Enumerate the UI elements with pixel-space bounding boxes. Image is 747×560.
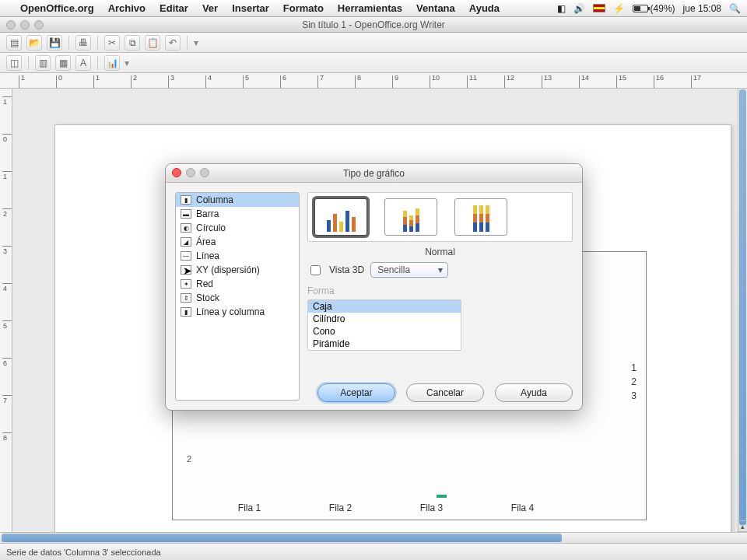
column-chart-icon: ▮ — [181, 195, 191, 205]
chart-tool-1[interactable]: ◫ — [6, 55, 22, 71]
chart-subtype-row — [307, 192, 573, 242]
area-chart-icon: ◢ — [181, 237, 191, 247]
chart-type-dialog: Tipo de gráfico ▮Columna ▬Barra ◐Círculo… — [165, 163, 583, 411]
accept-button[interactable]: Aceptar — [317, 383, 395, 402]
chart-legend: 1 2 3 — [631, 361, 637, 403]
menu-herramientas[interactable]: Herramientas — [338, 2, 402, 14]
shape-cilindro[interactable]: Cilíndro — [308, 313, 461, 325]
menu-ventana[interactable]: Ventana — [416, 2, 455, 14]
chart-x-axis: Fila 1 Fila 2 Fila 3 Fila 4 — [204, 502, 568, 513]
pie-chart-icon: ◐ — [181, 223, 191, 233]
charging-icon: ⚡ — [613, 3, 625, 14]
stock-chart-icon: ⇕ — [181, 293, 191, 303]
scrollbar-thumb[interactable] — [739, 89, 746, 525]
menubar-app-name[interactable]: OpenOffice.org — [20, 2, 94, 14]
chart-type-xy[interactable]: ∴XY (dispersión) — [176, 263, 299, 277]
mouse-cursor-icon: ➤ — [183, 264, 192, 277]
battery-percent: (49%) — [651, 3, 675, 14]
scheme-select[interactable]: Sencilla — [370, 262, 448, 278]
horizontal-scrollbar[interactable] — [0, 532, 747, 543]
display-icon[interactable]: ◧ — [557, 3, 566, 14]
chart-type-red[interactable]: ✶Red — [176, 277, 299, 291]
scrollbar-thumb[interactable] — [2, 534, 562, 542]
help-button[interactable]: Ayuda — [495, 383, 573, 402]
open-button[interactable]: 📂 — [26, 35, 42, 51]
chart-type-stock[interactable]: ⇕Stock — [176, 291, 299, 305]
zoom-icon[interactable] — [34, 20, 44, 30]
menu-ayuda[interactable]: Ayuda — [469, 2, 500, 14]
print-button[interactable]: 🖶 — [75, 35, 91, 51]
status-text: Serie de datos 'Columna 3' seleccionada — [6, 548, 161, 557]
chart-type-barra[interactable]: ▬Barra — [176, 207, 299, 221]
chart-tool-3[interactable]: ▦ — [55, 55, 71, 71]
scroll-up-icon[interactable]: ▴ — [738, 520, 747, 531]
window-titlebar: Sin título 1 - OpenOffice.org Writer — [0, 17, 747, 33]
volume-icon[interactable]: 🔊 — [573, 3, 585, 14]
shape-caja[interactable]: Caja — [308, 300, 461, 313]
toolbar-more-icon[interactable]: ▾ — [194, 37, 198, 48]
cut-button[interactable]: ✂ — [104, 35, 120, 51]
chart-subtype-normal[interactable] — [314, 198, 367, 236]
new-doc-button[interactable]: ▤ — [6, 35, 22, 51]
paste-button[interactable]: 📋 — [145, 35, 160, 51]
chart-type-linea-columna[interactable]: ▮Línea y columna — [176, 305, 299, 319]
toolbar-chart: ◫ ▥ ▦ A 📊 ▾ — [0, 53, 747, 73]
status-bar: Serie de datos 'Columna 3' seleccionada — [0, 543, 747, 560]
shape-list[interactable]: Caja Cilíndro Cono Pirámide — [307, 299, 461, 351]
copy-button[interactable]: ⧉ — [124, 35, 140, 51]
menu-editar[interactable]: Editar — [160, 2, 188, 14]
window-title: Sin título 1 - OpenOffice.org Writer — [302, 19, 445, 30]
vertical-scrollbar[interactable]: ▴ ▾ — [738, 89, 747, 543]
menu-archivo[interactable]: Archivo — [108, 2, 146, 14]
shape-piramide[interactable]: Pirámide — [308, 338, 461, 350]
input-language-icon[interactable] — [593, 4, 605, 12]
dialog-titlebar[interactable]: Tipo de gráfico — [166, 164, 582, 183]
chart-type-columna[interactable]: ▮Columna — [176, 193, 299, 207]
menu-insertar[interactable]: Insertar — [232, 2, 269, 14]
line-chart-icon: ⁓ — [181, 251, 191, 261]
chart-subtype-label: Normal — [307, 247, 573, 257]
window-traffic-lights[interactable] — [6, 20, 44, 30]
vista-3d-label: Vista 3D — [329, 264, 364, 275]
dialog-zoom-icon — [200, 168, 209, 177]
chart-tool-4[interactable]: A — [75, 55, 91, 71]
dialog-close-icon[interactable] — [172, 168, 181, 177]
menubar-clock[interactable]: jue 15:08 — [683, 3, 721, 14]
chart-type-list[interactable]: ▮Columna ▬Barra ◐Círculo ◢Área ⁓Línea ∴X… — [175, 192, 300, 401]
toolbar-more-icon[interactable]: ▾ — [124, 58, 129, 68]
shape-label: Forma — [307, 285, 573, 296]
vista-3d-checkbox[interactable] — [310, 265, 321, 275]
macos-menubar: OpenOffice.org Archivo Editar Ver Insert… — [0, 0, 747, 17]
ruler-horizontal[interactable]: 1 0 1 2 3 4 5 6 7 8 9 10 11 12 13 14 15 … — [0, 73, 747, 89]
undo-button[interactable]: ↶ — [165, 35, 181, 51]
battery-indicator[interactable]: (49%) — [633, 3, 675, 14]
chart-type-button[interactable]: 📊 — [104, 55, 120, 71]
minimize-icon[interactable] — [20, 20, 30, 30]
menu-formato[interactable]: Formato — [283, 2, 324, 14]
chart-type-circulo[interactable]: ◐Círculo — [176, 221, 299, 235]
dialog-title: Tipo de gráfico — [343, 168, 405, 179]
chart-type-linea[interactable]: ⁓Línea — [176, 249, 299, 263]
shape-cono[interactable]: Cono — [308, 325, 461, 338]
chart-subtype-percent[interactable] — [454, 198, 507, 236]
cancel-button[interactable]: Cancelar — [406, 383, 484, 402]
combo-chart-icon: ▮ — [181, 307, 191, 317]
ruler-vertical[interactable]: 1 0 1 2 3 4 5 6 7 8 — [0, 89, 12, 543]
chart-subtype-stacked[interactable] — [384, 198, 437, 236]
spotlight-icon[interactable]: 🔍 — [729, 3, 741, 14]
close-icon[interactable] — [6, 20, 16, 30]
toolbar-main: ▤ 📂 💾 🖶 ✂ ⧉ 📋 ↶ ▾ — [0, 33, 747, 53]
save-button[interactable]: 💾 — [47, 35, 62, 51]
radar-chart-icon: ✶ — [181, 279, 191, 289]
chart-tool-2[interactable]: ▥ — [35, 55, 51, 71]
chart-type-area[interactable]: ◢Área — [176, 235, 299, 249]
menu-ver[interactable]: Ver — [202, 2, 218, 14]
bar-chart-icon: ▬ — [181, 209, 191, 219]
dialog-minimize-icon — [186, 168, 195, 177]
